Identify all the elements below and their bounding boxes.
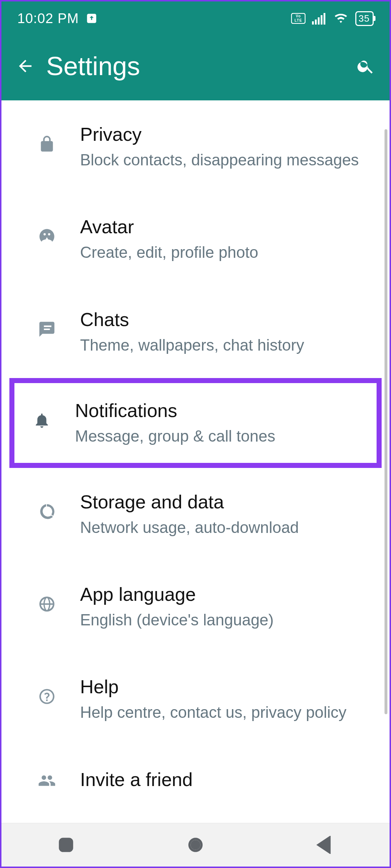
bell-icon xyxy=(33,411,51,431)
settings-item-language[interactable]: App language English (device's language) xyxy=(1,560,390,653)
settings-item-help[interactable]: Help Help centre, contact us, privacy po… xyxy=(1,653,390,745)
svg-rect-8 xyxy=(324,13,325,25)
settings-list: Privacy Block contacts, disappearing mes… xyxy=(1,100,390,800)
signal-icon xyxy=(312,12,326,25)
settings-item-desc: Block contacts, disappearing messages xyxy=(80,149,369,170)
settings-item-label: App language xyxy=(80,583,369,606)
settings-item-avatar[interactable]: Avatar Create, edit, profile photo xyxy=(1,193,390,285)
volte-icon: VoLTE xyxy=(291,13,306,24)
settings-item-desc: Help centre, contact us, privacy policy xyxy=(80,702,369,723)
settings-item-label: Avatar xyxy=(80,215,369,239)
avatar-face-icon xyxy=(38,227,56,247)
battery-level: 35 xyxy=(359,13,370,24)
settings-item-label: Chats xyxy=(80,308,369,331)
settings-item-label: Notifications xyxy=(75,399,366,422)
battery-indicator: 35 xyxy=(355,11,374,26)
status-bar: 10:02 PM VoLTE 35 xyxy=(1,1,390,35)
search-button[interactable] xyxy=(355,55,377,77)
settings-item-invite[interactable]: Invite a friend xyxy=(1,746,390,800)
help-icon xyxy=(38,687,56,707)
nav-home-button[interactable] xyxy=(181,830,210,859)
people-icon xyxy=(38,772,56,791)
settings-item-desc: English (device's language) xyxy=(80,609,369,630)
wifi-icon xyxy=(333,12,349,25)
settings-item-desc: Message, group & call tones xyxy=(75,425,366,447)
status-time: 10:02 PM xyxy=(17,11,79,26)
settings-item-label: Help xyxy=(80,675,369,699)
globe-icon xyxy=(38,595,56,615)
svg-text:Vo: Vo xyxy=(296,14,301,18)
nav-recent-button[interactable] xyxy=(52,830,80,859)
data-usage-icon xyxy=(38,503,56,522)
svg-rect-4 xyxy=(312,21,314,25)
svg-rect-5 xyxy=(315,19,317,25)
svg-rect-6 xyxy=(318,17,320,25)
settings-item-desc: Create, edit, profile photo xyxy=(80,242,369,263)
svg-point-11 xyxy=(193,842,199,848)
settings-item-desc: Network usage, auto-download xyxy=(80,517,369,538)
svg-text:LTE: LTE xyxy=(295,18,302,22)
settings-item-label: Privacy xyxy=(80,123,369,146)
settings-item-privacy[interactable]: Privacy Block contacts, disappearing mes… xyxy=(1,100,390,193)
chat-icon xyxy=(38,320,56,340)
page-title: Settings xyxy=(46,51,345,81)
settings-item-chats[interactable]: Chats Theme, wallpapers, chat history xyxy=(1,286,390,378)
settings-item-notifications[interactable]: Notifications Message, group & call tone… xyxy=(9,378,382,468)
lock-icon xyxy=(38,135,56,155)
nav-back-button[interactable] xyxy=(311,830,339,859)
app-bar: Settings xyxy=(1,35,390,100)
back-button[interactable] xyxy=(14,55,36,77)
settings-item-desc: Theme, wallpapers, chat history xyxy=(80,334,369,356)
upload-icon xyxy=(85,12,98,25)
settings-item-label: Invite a friend xyxy=(80,768,369,791)
settings-item-label: Storage and data xyxy=(80,490,369,514)
svg-rect-7 xyxy=(321,15,322,25)
settings-item-storage[interactable]: Storage and data Network usage, auto-dow… xyxy=(1,468,390,560)
android-nav-bar xyxy=(1,823,390,867)
svg-rect-9 xyxy=(61,839,71,850)
scroll-indicator xyxy=(385,129,387,714)
